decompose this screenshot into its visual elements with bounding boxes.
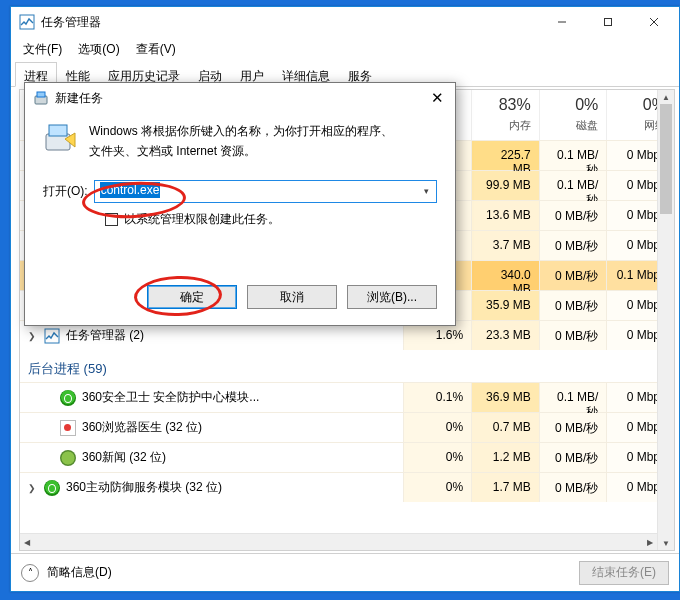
shield-icon	[60, 390, 76, 406]
ok-button[interactable]: 确定	[147, 285, 237, 309]
svg-rect-7	[37, 92, 45, 97]
end-task-button[interactable]: 结束任务(E)	[579, 561, 669, 585]
scrollbar-thumb[interactable]	[660, 104, 672, 214]
chevron-down-icon[interactable]: ▾	[418, 186, 434, 196]
run-icon	[43, 121, 77, 155]
close-button[interactable]	[631, 7, 677, 37]
titlebar[interactable]: 任务管理器	[11, 7, 679, 37]
admin-checkbox[interactable]	[105, 213, 118, 226]
scroll-left-icon[interactable]: ◀	[20, 534, 34, 550]
footer: ˄ 简略信息(D) 结束任务(E)	[11, 553, 679, 591]
horizontal-scrollbar[interactable]: ◀ ▶	[20, 533, 657, 550]
shield-icon	[44, 480, 60, 496]
table-row[interactable]: 360新闻 (32 位) 0% 1.2 MB 0 MB/秒 0 Mbps	[20, 442, 674, 472]
chevron-up-icon: ˄	[21, 564, 39, 582]
process-name: 360新闻 (32 位)	[82, 449, 166, 466]
minimize-button[interactable]	[539, 7, 585, 37]
open-input[interactable]: control.exe	[97, 182, 418, 201]
svg-rect-9	[49, 125, 67, 136]
run-dialog-icon	[33, 90, 49, 106]
admin-checkbox-label: 以系统管理权限创建此任务。	[124, 211, 280, 228]
task-manager-process-icon	[44, 328, 60, 344]
table-row[interactable]: 360安全卫士 安全防护中心模块... 0.1% 36.9 MB 0.1 MB/…	[20, 382, 674, 412]
dialog-message: Windows 将根据你所键入的名称，为你打开相应的程序、 文件夹、文档或 In…	[89, 121, 393, 162]
dialog-titlebar[interactable]: 新建任务 ✕	[25, 83, 455, 113]
window-title: 任务管理器	[41, 14, 539, 31]
dialog-close-button[interactable]: ✕	[423, 87, 451, 109]
expander-icon[interactable]: ❯	[26, 331, 38, 341]
browse-button[interactable]: 浏览(B)...	[347, 285, 437, 309]
scroll-up-icon[interactable]: ▲	[658, 90, 674, 104]
cell-memory: 225.7 MB	[471, 141, 539, 170]
maximize-button[interactable]	[585, 7, 631, 37]
process-name: 任务管理器 (2)	[66, 327, 144, 344]
group-header-background: 后台进程 (59)	[20, 350, 674, 382]
table-row[interactable]: ❯ 360主动防御服务模块 (32 位) 0% 1.7 MB 0 MB/秒 0 …	[20, 472, 674, 502]
cancel-button[interactable]: 取消	[247, 285, 337, 309]
menu-file[interactable]: 文件(F)	[17, 39, 68, 60]
process-name: 360安全卫士 安全防护中心模块...	[82, 389, 259, 406]
run-dialog: 新建任务 ✕ Windows 将根据你所键入的名称，为你打开相应的程序、 文件夹…	[24, 82, 456, 326]
col-disk[interactable]: 0%磁盘	[539, 90, 607, 140]
open-label: 打开(O):	[43, 183, 88, 200]
task-manager-icon	[19, 14, 35, 30]
process-name: 360主动防御服务模块 (32 位)	[66, 479, 222, 496]
menu-view[interactable]: 查看(V)	[130, 39, 182, 60]
table-row[interactable]: 360浏览器医生 (32 位) 0% 0.7 MB 0 MB/秒 0 Mbps	[20, 412, 674, 442]
menu-options[interactable]: 选项(O)	[72, 39, 125, 60]
document-icon	[60, 420, 76, 436]
vertical-scrollbar[interactable]: ▲ ▼	[657, 90, 674, 550]
process-name: 360浏览器医生 (32 位)	[82, 419, 202, 436]
dialog-title: 新建任务	[55, 90, 423, 107]
cell-disk: 0.1 MB/秒	[539, 141, 607, 170]
expander-icon[interactable]: ❯	[26, 483, 38, 493]
scroll-right-icon[interactable]: ▶	[643, 534, 657, 550]
scroll-down-icon[interactable]: ▼	[658, 536, 674, 550]
news-icon	[60, 450, 76, 466]
svg-rect-2	[605, 19, 612, 26]
col-memory[interactable]: 83%内存	[471, 90, 539, 140]
open-combobox[interactable]: control.exe ▾	[94, 180, 437, 203]
fewer-details-button[interactable]: ˄ 简略信息(D)	[21, 564, 579, 582]
menubar: 文件(F) 选项(O) 查看(V)	[11, 37, 679, 61]
